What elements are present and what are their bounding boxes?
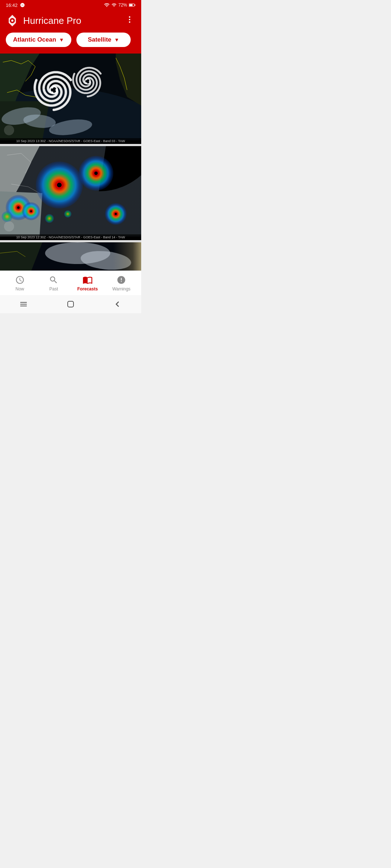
past-label: Past	[49, 286, 58, 292]
svg-point-5	[11, 20, 13, 22]
bottom-navigation: Now Past Forecasts W	[0, 271, 141, 295]
nav-item-past[interactable]: Past	[37, 272, 71, 294]
svg-rect-12	[68, 301, 73, 307]
status-bar: 16:42 72%	[0, 0, 141, 10]
satellite-image-1: 10 Sep 2023 13:30Z - NOAA/NESDIS/STAR - …	[0, 54, 141, 144]
nav-item-now[interactable]: Now	[3, 272, 37, 294]
status-right: 72%	[104, 2, 135, 8]
home-icon	[67, 301, 74, 308]
region-label: Atlantic Ocean	[13, 36, 56, 43]
svg-rect-2	[135, 5, 135, 6]
app-container: 16:42 72%	[0, 0, 141, 313]
signal-icon	[112, 3, 117, 8]
back-icon	[114, 301, 121, 307]
svg-point-6	[129, 16, 130, 18]
image-caption-1: 10 Sep 2023 13:30Z - NOAA/NESDIS/STAR - …	[0, 138, 141, 144]
app-title: Hurricane Pro	[23, 15, 81, 26]
svg-point-8	[129, 21, 130, 23]
forecasts-icon	[83, 275, 93, 285]
header-left: Hurricane Pro	[6, 14, 81, 27]
svg-rect-1	[129, 4, 133, 6]
type-filter-button[interactable]: Satellite ▼	[76, 33, 131, 47]
app-logo	[6, 14, 19, 27]
recent-icon	[20, 301, 28, 307]
region-filter-button[interactable]: Atlantic Ocean ▼	[6, 33, 71, 47]
satellite-canvas-visible	[0, 54, 141, 140]
alert-icon	[117, 275, 126, 285]
now-label: Now	[16, 286, 24, 292]
nav-item-warnings[interactable]: Warnings	[105, 272, 139, 294]
more-vert-icon	[125, 15, 134, 24]
filter-row: Atlantic Ocean ▼ Satellite ▼	[0, 33, 141, 54]
image-caption-2: 10 Sep 2023 12:30Z - NOAA/NESDIS/STAR - …	[0, 234, 141, 240]
dnd-icon	[20, 3, 25, 8]
battery-icon	[129, 3, 135, 8]
battery-display: 72%	[118, 3, 127, 8]
app-header: Hurricane Pro	[0, 10, 141, 33]
back-button[interactable]	[112, 298, 123, 310]
book-icon	[83, 275, 93, 285]
type-arrow-icon: ▼	[114, 37, 119, 43]
more-menu-button[interactable]	[124, 14, 135, 27]
recent-apps-button[interactable]	[18, 298, 29, 310]
type-label: Satellite	[88, 36, 111, 43]
status-left: 16:42	[6, 3, 25, 8]
warnings-icon	[116, 275, 126, 285]
wifi-icon	[104, 2, 110, 8]
svg-point-7	[129, 19, 130, 20]
system-nav-bar	[0, 295, 141, 313]
nav-item-forecasts[interactable]: Forecasts	[71, 272, 105, 294]
warnings-label: Warnings	[112, 286, 130, 292]
search-icon	[49, 275, 58, 285]
region-arrow-icon: ▼	[59, 37, 64, 43]
forecasts-label: Forecasts	[77, 286, 98, 292]
past-icon	[49, 275, 59, 285]
clock-icon	[15, 275, 25, 285]
home-button[interactable]	[65, 298, 76, 310]
now-icon	[15, 275, 25, 285]
satellite-canvas-infrared	[0, 146, 141, 237]
time-display: 16:42	[6, 3, 18, 8]
hurricane-icon	[6, 14, 19, 27]
satellite-image-2: 10 Sep 2023 12:30Z - NOAA/NESDIS/STAR - …	[0, 146, 141, 240]
